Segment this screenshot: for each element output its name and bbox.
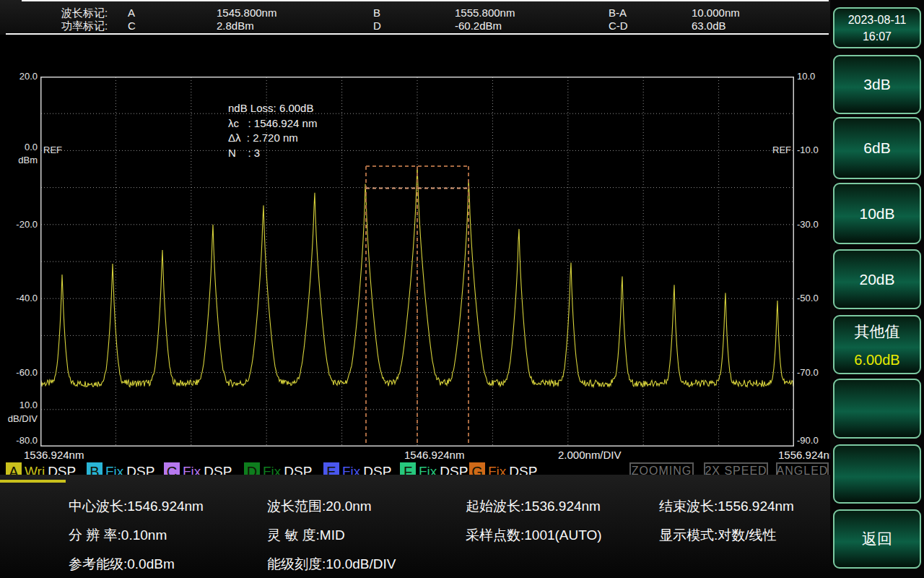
display-mode-value: 显示模式:对数/线性 xyxy=(659,526,777,545)
power-marker-label: 功率标记: xyxy=(61,20,108,33)
marker-cd-value: 63.0dB xyxy=(692,20,726,32)
active-trace-underline xyxy=(0,480,66,483)
time-text: 16:07 xyxy=(863,28,892,45)
softkey-3db-label: 3dB xyxy=(863,76,890,93)
xaxis-div-label: 2.000nm/DIV xyxy=(558,449,622,461)
spectrum-chart-area: REFREF 20.00.0dBm-20.0-40.0-60.010.0dB/D… xyxy=(0,35,830,474)
xaxis-center-label: 1546.924nm xyxy=(404,449,464,461)
measurement-annotation: ndB Loss: 6.00dBλc : 1546.924 nmΔλ : 2.7… xyxy=(228,101,317,160)
right-axis-label: -70.0 xyxy=(797,366,832,379)
spectrum-plot: REFREF xyxy=(40,77,794,447)
right-axis-label: -90.0 xyxy=(797,434,832,447)
datetime-display: 2023-08-11 16:07 xyxy=(833,7,921,48)
marker-d-value: -60.2dBm xyxy=(455,20,502,32)
softkey-blank-1[interactable] xyxy=(833,379,921,439)
right-axis-label: -30.0 xyxy=(797,218,832,231)
annotation-n: N : 3 xyxy=(228,147,260,159)
sample-points-value: 采样点数:1001(AUTO) xyxy=(466,526,602,545)
settings-info-panel: 中心波长:1546.924nm 波长范围:20.0nm 起始波长:1536.92… xyxy=(0,475,830,578)
stop-wavelength-value: 结束波长:1556.924nm xyxy=(659,497,794,516)
left-axis-label: -60.0 xyxy=(0,366,38,379)
right-axis-label: -10.0 xyxy=(797,144,832,157)
softkey-6db[interactable]: 6dB xyxy=(833,117,921,179)
marker-b-name: B xyxy=(373,7,380,19)
left-axis-label: -20.0 xyxy=(0,218,38,231)
wavelength-marker-label: 波长标记: xyxy=(61,7,108,20)
xaxis-stop-label: 1556.924nm xyxy=(778,449,838,461)
left-axis-label: 20.0 xyxy=(0,70,38,83)
annotation-lambda-c: λc : 1546.924 nm xyxy=(228,117,317,129)
softkey-return-label: 返回 xyxy=(862,529,892,549)
marker-ba-name: B-A xyxy=(609,7,627,19)
marker-b-value: 1555.800nm xyxy=(455,7,515,19)
ref-level-value: 参考能级:0.0dBm xyxy=(69,555,175,574)
marker-c-name: C xyxy=(128,20,136,32)
left-axis-label: dB/DIV xyxy=(0,413,38,426)
date-text: 2023-08-11 xyxy=(848,12,907,28)
left-axis-label: 0.0 xyxy=(0,141,38,154)
softkey-20db-label: 20dB xyxy=(859,271,894,288)
left-axis-label: dBm xyxy=(0,154,38,167)
softkey-blank-2[interactable] xyxy=(833,444,921,504)
left-axis-label: 10.0 xyxy=(0,399,38,412)
right-axis-label: -50.0 xyxy=(797,292,832,305)
softkey-other-value-amount: 6.00dB xyxy=(854,352,899,368)
right-axis-label: 10.0 xyxy=(797,70,832,83)
softkey-other-value[interactable]: 其他值 6.00dB xyxy=(833,315,921,374)
marker-header-bar: 波长标记: A 1545.800nm B 1555.800nm B-A 10.0… xyxy=(0,0,830,35)
osa-screen: { "colors": { "trace": "#d6d23b", "grid"… xyxy=(0,0,924,578)
left-axis-label: -80.0 xyxy=(0,434,38,447)
marker-cd-name: C-D xyxy=(609,20,628,32)
marker-d-name: D xyxy=(373,20,381,32)
xaxis-start-label: 1536.924nm xyxy=(24,449,84,461)
marker-ba-value: 10.000nm xyxy=(692,7,740,19)
annotation-ndb-loss: ndB Loss: 6.00dB xyxy=(228,102,313,114)
marker-a-name: A xyxy=(128,7,135,19)
softkey-20db[interactable]: 20dB xyxy=(833,249,921,309)
level-scale-value: 能级刻度:10.0dB/DIV xyxy=(267,555,396,574)
softkey-6db-label: 6dB xyxy=(863,139,890,157)
softkey-3db[interactable]: 3dB xyxy=(833,55,921,114)
center-wavelength-value: 中心波长:1546.924nm xyxy=(69,497,204,516)
top-border-line xyxy=(22,0,829,1)
softkey-return[interactable]: 返回 xyxy=(833,509,921,569)
resolution-value: 分 辨 率:0.10nm xyxy=(69,526,167,545)
softkey-10db-label: 10dB xyxy=(859,205,894,223)
softkey-10db[interactable]: 10dB xyxy=(833,183,921,244)
ref-label-right: REF xyxy=(772,144,791,155)
softkey-sidebar: 2023-08-11 16:07 3dB 6dB 10dB 20dB 其他值 6… xyxy=(830,0,924,578)
annotation-delta-lambda: Δλ : 2.720 nm xyxy=(228,131,298,144)
start-wavelength-value: 起始波长:1536.924nm xyxy=(466,497,601,516)
marker-a-value: 1545.800nm xyxy=(217,7,276,19)
sensitivity-value: 灵 敏 度:MID xyxy=(267,526,345,545)
left-axis-label: -40.0 xyxy=(0,292,38,305)
marker-c-value: 2.8dBm xyxy=(217,20,254,32)
ref-label-left: REF xyxy=(43,144,62,155)
wavelength-span-value: 波长范围:20.0nm xyxy=(267,497,372,516)
softkey-other-value-label: 其他值 xyxy=(855,322,900,342)
